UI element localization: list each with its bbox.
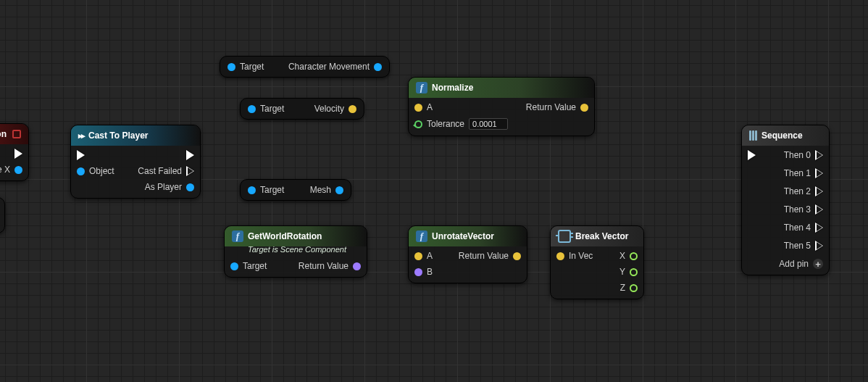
pin-then-0[interactable]: Then 0: [784, 150, 823, 160]
node-get-world-rotation[interactable]: f GetWorldRotation Target is Scene Compo…: [224, 225, 367, 278]
pin-then-4[interactable]: Then 4: [784, 223, 823, 233]
node-partial-lower[interactable]: [0, 197, 5, 233]
pin-then-5[interactable]: Then 5: [784, 241, 823, 251]
sequence-icon: [749, 130, 757, 141]
break-title: Break Vector: [575, 231, 628, 241]
pin-exec-in[interactable]: [77, 150, 114, 160]
event-title-fragment: ion: [0, 129, 7, 139]
pin-target[interactable]: Target: [248, 185, 284, 195]
function-icon: f: [232, 231, 243, 242]
pin-target[interactable]: Target: [228, 62, 264, 72]
pin-velocity-out[interactable]: Velocity: [314, 104, 356, 114]
pin-cast-failed[interactable]: Cast Failed: [138, 166, 194, 176]
unrotate-title: UnrotateVector: [432, 231, 494, 241]
node-mesh[interactable]: Target Mesh: [240, 179, 351, 201]
normalize-title: Normalize: [432, 83, 473, 93]
pin-exec-out[interactable]: [14, 149, 22, 159]
pin-y[interactable]: Y: [619, 267, 638, 277]
tolerance-input[interactable]: [469, 118, 508, 130]
cast-title: Cast To Player: [88, 130, 148, 141]
pin-b[interactable]: B: [414, 267, 433, 277]
pin-in-vec[interactable]: In Vec: [556, 251, 593, 261]
pin-then-1[interactable]: Then 1: [784, 168, 823, 178]
pin-then-2[interactable]: Then 2: [784, 186, 823, 196]
gwr-subtitle: Target is Scene Component: [225, 245, 367, 257]
break-struct-icon: [558, 230, 571, 243]
pin-exec-out[interactable]: [186, 150, 194, 160]
pin-return-value[interactable]: Return Value: [299, 261, 361, 271]
node-break-vector[interactable]: Break Vector In Vec X Y Z: [550, 225, 644, 299]
pin-then-3[interactable]: Then 3: [784, 204, 823, 215]
pin-return-value[interactable]: Return Value: [459, 251, 521, 261]
gwr-title: GetWorldRotation: [248, 231, 322, 241]
plus-icon: +: [813, 259, 823, 269]
pin-z[interactable]: Z: [620, 283, 638, 293]
pin-char-movement-out[interactable]: Character Movement: [288, 62, 382, 72]
pin-x[interactable]: X: [619, 251, 638, 261]
function-icon: f: [416, 231, 427, 242]
pin-as-player[interactable]: As Player: [145, 182, 194, 192]
node-cast-to-player[interactable]: ▸▸ Cast To Player Object Cast Failed As …: [70, 125, 201, 199]
pin-a[interactable]: A: [414, 102, 508, 112]
pin-target[interactable]: Target: [248, 104, 284, 114]
pin-tolerance[interactable]: Tolerance: [414, 118, 508, 130]
node-sequence[interactable]: Sequence Then 0 Then 1 Then 2 Then 3 The…: [741, 125, 830, 275]
node-event-partial[interactable]: ion e X: [0, 123, 29, 181]
pin-mesh-out[interactable]: Mesh: [310, 185, 343, 195]
add-pin-button[interactable]: Add pin +: [779, 259, 823, 269]
pin-ex-out[interactable]: e X: [0, 165, 22, 175]
sequence-title: Sequence: [761, 130, 803, 141]
pin-a[interactable]: A: [414, 251, 433, 261]
cast-arrow-icon: ▸▸: [78, 131, 84, 141]
node-velocity[interactable]: Target Velocity: [240, 98, 364, 120]
pin-object[interactable]: Object: [77, 166, 114, 176]
function-icon: f: [416, 82, 427, 94]
pin-return-value[interactable]: Return Value: [526, 102, 588, 112]
pin-exec-in[interactable]: [748, 150, 756, 160]
pin-target[interactable]: Target: [230, 261, 267, 271]
event-stop-icon: [12, 130, 21, 138]
node-normalize[interactable]: f Normalize A Tolerance Return Value: [408, 77, 595, 136]
node-unrotate-vector[interactable]: f UnrotateVector A B Return Value: [408, 225, 527, 283]
node-character-movement[interactable]: Target Character Movement: [220, 56, 390, 78]
